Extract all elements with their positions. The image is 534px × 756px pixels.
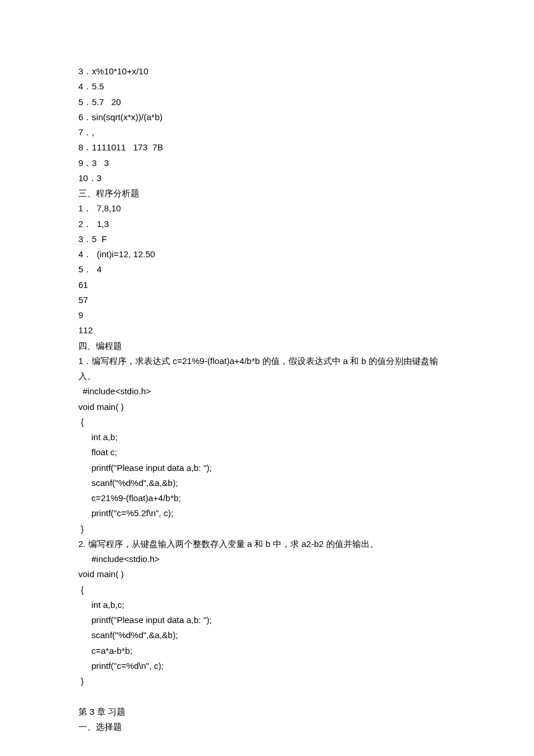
text-line: 10．3 [78,171,456,186]
text-line: } [78,674,456,689]
text-line: printf("Please input data a,b: "); [78,613,456,628]
text-line: int a,b,c; [78,597,456,613]
text-line: 9．3 3 [78,156,456,171]
text-line: 9 [78,308,456,323]
text-line: 2． 1,3 [78,217,456,232]
text-line: 3．5 F [78,232,456,247]
text-line: scanf("%d%d",&a,&b); [78,628,456,643]
text-line: 4． (int)i=12, 12.50 [78,247,456,262]
text-line: c=a*a-b*b; [78,643,456,658]
text-line: 第 3 章 习题 [78,704,456,719]
text-line: 四、编程题 [78,339,456,354]
text-line: 一、选择题 [78,719,456,735]
text-line: int a,b; [78,430,456,445]
text-line: 8．1111011 173 7B [78,140,456,155]
text-line: printf("Please input data a,b: "); [78,460,456,476]
text-line: 6．sin(sqrt(x*x))/(a*b) [78,110,456,125]
text-line: #include<stdio.h> [78,384,456,399]
text-line: 2. 编写程序，从键盘输入两个整数存入变量 a 和 b 中，求 a2-b2 的值… [78,537,456,552]
text-line: printf("c=%d\n", c); [78,658,456,674]
text-line: 112 [78,323,456,338]
text-line: void main( ) [78,399,456,415]
document-page: 3．x%10*10+x/104．5.55．5.7 206．sin(sqrt(x*… [0,0,534,756]
text-line: c=21%9-(float)a+4/b*b; [78,491,456,506]
text-line: 3．x%10*10+x/10 [78,64,456,79]
text-line: } [78,521,456,537]
text-line [78,689,456,704]
text-line: 1． 7,8,10 [78,201,456,216]
text-line: { [78,582,456,597]
text-line: 57 [78,293,456,308]
text-line: #include<stdio.h> [78,552,456,567]
text-line: float c; [78,445,456,460]
text-line: 1．编写程序，求表达式 c=21%9-(float)a+4/b*b 的值，假设表… [78,354,456,384]
text-line: 5． 4 [78,262,456,277]
text-line: { [78,415,456,430]
text-line: 三、程序分析题 [78,186,456,201]
text-line: scanf("%d%d",&a,&b); [78,476,456,491]
text-line: printf("c=%5.2f\n", c); [78,506,456,521]
text-line: 7．, [78,125,456,140]
text-line: 61 [78,278,456,293]
text-line: 4．5.5 [78,79,456,94]
text-line: void main( ) [78,567,456,582]
text-line: 5．5.7 20 [78,95,456,110]
